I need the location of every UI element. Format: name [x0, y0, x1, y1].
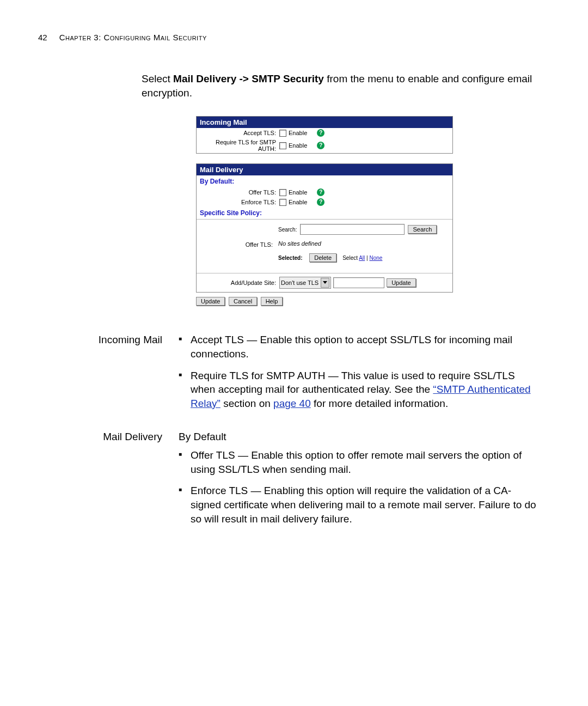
by-default-subtitle: By Default	[179, 430, 539, 444]
search-input[interactable]	[300, 224, 405, 235]
offer-tls-enable-text: Enable	[289, 189, 307, 196]
accept-tls-desc: Accept TLS — Enable this option to accep…	[179, 333, 539, 361]
incoming-mail-header: Incoming Mail	[197, 117, 452, 128]
offer-tls-checkbox[interactable]	[279, 189, 286, 196]
incoming-mail-desc-heading: Incoming Mail	[81, 333, 179, 418]
enforce-tls-desc: Enforce TLS — Enabling this option will …	[179, 484, 539, 526]
page-number: 42	[38, 33, 47, 42]
footer-cancel-button[interactable]: Cancel	[229, 297, 257, 306]
require-mid: section on	[220, 398, 273, 409]
mail-delivery-panel: Mail Delivery By Default: Offer TLS: Ena…	[196, 163, 453, 293]
help-icon[interactable]: ?	[317, 198, 324, 206]
intro-paragraph: Select Mail Delivery -> SMTP Security fr…	[142, 72, 539, 100]
enforce-tls-checkbox[interactable]	[279, 199, 286, 206]
incoming-mail-panel: Incoming Mail Accept TLS: Enable ? Requi…	[196, 116, 453, 154]
offer-tls-site-label: Offer TLS:	[197, 241, 273, 248]
tls-mode-value: Don't use TLS	[281, 279, 318, 286]
require-post: for more detailed information.	[311, 398, 448, 409]
site-policy-subhead: Specific Site Policy:	[197, 207, 452, 219]
require-tls-desc: Require TLS for SMTP AUTH — This value i…	[179, 369, 539, 411]
offer-tls-desc: Offer TLS — Enable this option to offer …	[179, 448, 539, 476]
require-tls-label: Require TLS for SMTP AUTH:	[200, 139, 279, 152]
accept-tls-checkbox[interactable]	[279, 130, 286, 137]
intro-pre: Select	[142, 73, 173, 84]
select-prefix: Select	[342, 255, 359, 261]
delete-button[interactable]: Delete	[309, 253, 336, 262]
enforce-tls-label: Enforce TLS:	[200, 199, 279, 205]
require-tls-checkbox[interactable]	[279, 142, 286, 149]
page-header: 42 Chapter 3: Configuring Mail Security	[38, 33, 539, 42]
help-icon[interactable]: ?	[317, 142, 324, 149]
site-input[interactable]	[333, 277, 384, 288]
help-icon[interactable]: ?	[317, 188, 324, 196]
help-icon[interactable]: ?	[317, 129, 324, 137]
enforce-tls-enable-text: Enable	[289, 199, 307, 205]
addupdate-button[interactable]: Update	[387, 278, 415, 287]
selected-row: Selected: Delete Select All | None	[278, 254, 448, 261]
accept-tls-label: Accept TLS:	[200, 130, 279, 136]
tls-mode-select[interactable]: Don't use TLS	[279, 277, 331, 289]
mail-delivery-desc-heading: Mail Delivery	[81, 430, 179, 533]
footer-update-button[interactable]: Update	[196, 297, 225, 306]
no-sites-text: No sites defined	[278, 240, 448, 247]
selected-label: Selected:	[278, 255, 302, 261]
require-tls-enable-text: Enable	[289, 142, 307, 149]
accept-tls-enable-text: Enable	[289, 130, 307, 136]
select-all-link[interactable]: All	[359, 255, 365, 261]
offer-tls-label: Offer TLS:	[200, 189, 279, 196]
search-label: Search:	[278, 227, 297, 233]
chapter-title: Chapter 3: Configuring Mail Security	[59, 33, 207, 42]
mail-delivery-header: Mail Delivery	[197, 164, 452, 175]
search-button[interactable]: Search	[408, 225, 437, 234]
select-none-link[interactable]: None	[369, 255, 382, 261]
intro-bold: Mail Delivery -> SMTP Security	[173, 73, 324, 84]
footer-help-button[interactable]: Help	[261, 297, 283, 306]
chevron-down-icon	[321, 278, 329, 288]
by-default-subhead: By Default:	[197, 175, 452, 187]
panel-footer-buttons: Update Cancel Help	[196, 296, 539, 306]
addupdate-label: Add/Update Site:	[200, 279, 279, 286]
page-40-link[interactable]: page 40	[273, 398, 311, 409]
